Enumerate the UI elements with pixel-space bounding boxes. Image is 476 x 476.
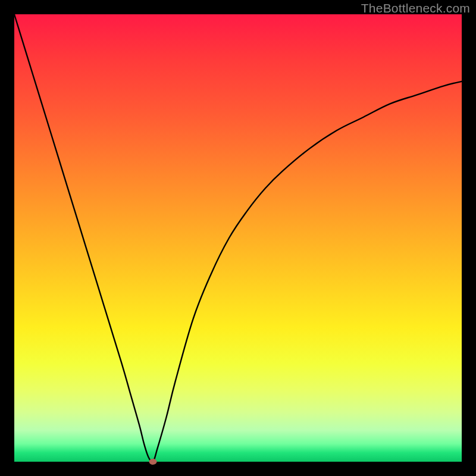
plot-area [14,14,462,462]
bottleneck-curve [14,14,462,462]
chart-frame: TheBottleneck.com [0,0,476,476]
curve-path [14,14,462,462]
minimum-marker [149,459,157,465]
watermark-text: TheBottleneck.com [361,1,470,15]
